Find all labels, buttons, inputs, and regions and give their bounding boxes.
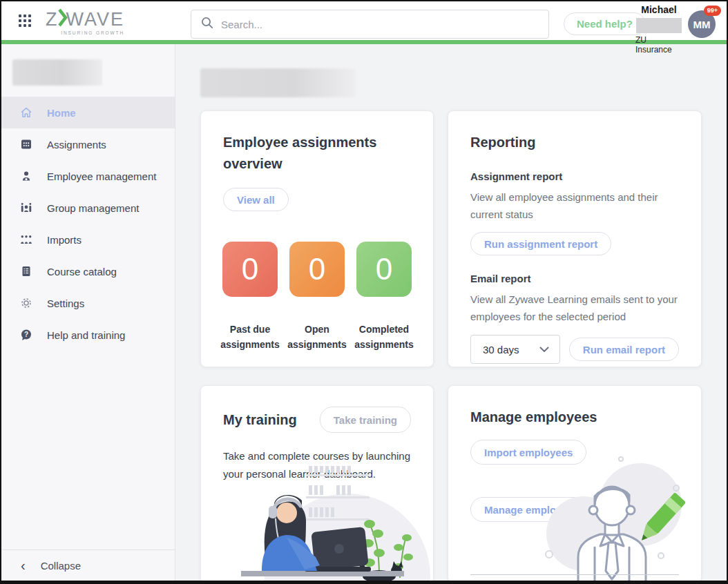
run-assignment-report-button[interactable]: Run assignment report: [470, 232, 611, 255]
sidebar-nav: Home Assignments Employee management: [1, 97, 175, 351]
my-training-description: Take and complete courses by launching y…: [223, 447, 411, 483]
sidebar-item-label: Help and training: [47, 329, 125, 341]
sidebar-item-label: Assignments: [47, 139, 106, 150]
redacted-page-title: [200, 68, 356, 97]
user-name: Michael: [641, 3, 676, 16]
stat-label: Past due assignments: [218, 322, 282, 352]
assignments-icon: [19, 137, 33, 151]
email-report-heading: Email report: [470, 273, 679, 284]
app-window: Z WAVE INSURING GROWTH Need help? Michae…: [0, 0, 728, 584]
take-training-button[interactable]: Take training: [320, 407, 411, 433]
sidebar-item-employee-management[interactable]: Employee management: [1, 160, 175, 192]
search-input[interactable]: [221, 19, 539, 30]
sidebar-item-settings[interactable]: Settings: [1, 287, 175, 319]
card-title: Employee assignments overview: [223, 132, 411, 175]
card-my-training: My training Take training Take and compl…: [200, 385, 434, 581]
run-email-report-button[interactable]: Run email report: [569, 338, 679, 361]
user-avatar-wrap: MM 99+: [688, 10, 716, 38]
email-report-description: View all Zywave Learning emails sent to …: [470, 291, 679, 325]
person-icon: [19, 169, 33, 183]
card-footer-divider: [470, 574, 679, 575]
sidebar-item-imports[interactable]: Imports: [1, 224, 175, 255]
stat-label: Open assignments: [285, 322, 349, 352]
need-help-button[interactable]: Need help?: [564, 12, 646, 35]
assignment-report-description: View all employee assignments and their …: [470, 188, 679, 223]
card-title: Reporting: [470, 132, 679, 153]
sidebar-item-label: Imports: [47, 234, 82, 246]
stat-value-past-due: 0: [222, 242, 278, 297]
card-reporting: Reporting Assignment report View all emp…: [448, 110, 702, 367]
app-grid-icon[interactable]: [19, 14, 31, 27]
card-employee-assignments-overview: Employee assignments overview View all 0…: [200, 110, 434, 367]
sidebar-item-course-catalog[interactable]: Course catalog: [1, 255, 175, 287]
redacted-sidebar-header: [12, 59, 102, 86]
stat-past-due: 0 Past due assignments: [218, 242, 282, 352]
manage-employees-button[interactable]: Manage employees: [470, 497, 593, 522]
stat-value-open: 0: [289, 242, 345, 297]
sidebar-item-label: Settings: [47, 298, 84, 309]
help-icon: ?: [19, 328, 33, 342]
email-period-select[interactable]: 30 days: [470, 335, 560, 364]
logo-text-wave: WAVE: [66, 10, 125, 28]
chevron-down-icon: [539, 343, 549, 356]
global-search[interactable]: [191, 10, 549, 39]
main-content: Employee assignments overview View all 0…: [175, 44, 727, 581]
svg-text:?: ?: [24, 331, 28, 338]
search-icon: [201, 17, 213, 32]
logo-text-z: Z: [46, 10, 59, 28]
import-employees-button[interactable]: Import employees: [470, 440, 586, 465]
zywave-logo: Z WAVE INSURING GROWTH: [46, 8, 124, 35]
chevron-left-icon: ‹: [21, 558, 26, 572]
notification-badge: 99+: [704, 6, 721, 16]
assignment-stats: 0 Past due assignments 0 Open assignment…: [218, 242, 416, 352]
home-icon: [19, 106, 33, 119]
gear-icon: [19, 296, 33, 310]
card-title: Manage employees: [470, 407, 679, 428]
stat-label: Completed assignments: [352, 322, 416, 352]
stat-open: 0 Open assignments: [285, 242, 349, 352]
sidebar-item-assignments[interactable]: Assignments: [1, 128, 175, 160]
organization-name: ZU Insurance: [635, 35, 682, 55]
sidebar-item-group-management[interactable]: Group management: [1, 192, 175, 224]
imports-icon: [19, 233, 33, 246]
sidebar-item-help-and-training[interactable]: ? Help and training: [1, 319, 175, 351]
selected-period: 30 days: [483, 344, 519, 356]
sidebar-item-label: Course catalog: [47, 266, 117, 278]
stat-value-completed: 0: [356, 242, 412, 297]
sidebar-item-label: Group management: [47, 202, 139, 214]
top-bar: Z WAVE INSURING GROWTH Need help? Michae…: [1, 1, 727, 40]
assignment-report-heading: Assignment report: [470, 171, 679, 182]
sidebar-collapse-button[interactable]: ‹ Collapse: [1, 549, 175, 581]
sidebar: Home Assignments Employee management: [1, 44, 175, 581]
stat-completed: 0 Completed assignments: [352, 242, 416, 352]
sidebar-item-label: Employee management: [47, 171, 156, 182]
sidebar-item-label: Home: [47, 107, 76, 119]
catalog-icon: [19, 264, 33, 278]
view-all-button[interactable]: View all: [223, 188, 289, 211]
sidebar-item-home[interactable]: Home: [1, 97, 175, 128]
redacted-user-detail: [636, 18, 682, 33]
collapse-label: Collapse: [41, 560, 81, 572]
user-info: Michael ZU Insurance: [635, 3, 682, 55]
logo-tagline: INSURING GROWTH: [61, 30, 124, 35]
card-manage-employees: Manage employees Import employees Manage…: [448, 385, 702, 581]
group-icon: [19, 201, 33, 215]
card-title: My training: [223, 409, 297, 431]
